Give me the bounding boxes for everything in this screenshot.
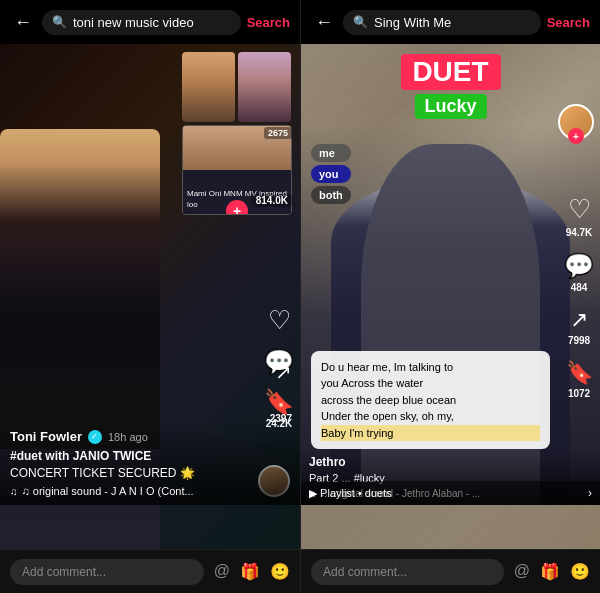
- lyric-line-5-highlighted: Baby I'm trying: [321, 425, 540, 442]
- right-video-area: DUET Lucky me you both + ♡ 94.7K 💬 484 ↗: [301, 44, 600, 549]
- lyric-line-4: Under the open sky, oh my,: [321, 408, 540, 425]
- emoji-icon[interactable]: 🙂: [270, 562, 290, 581]
- verified-icon: ✓: [88, 430, 102, 444]
- left-search-query: toni new music video: [73, 15, 231, 30]
- username-row: Toni Fowler ✓ 18h ago: [10, 429, 290, 444]
- mode-you-pill[interactable]: you: [311, 165, 351, 183]
- share-button[interactable]: ↗: [275, 360, 292, 384]
- right-like-count: 94.7K: [566, 227, 593, 238]
- lyric-line-3: across the deep blue ocean: [321, 392, 540, 409]
- right-heart-icon[interactable]: ♡: [568, 194, 591, 225]
- right-bookmark-icon[interactable]: 🔖: [566, 360, 593, 386]
- left-video-area: Mami Oni MNM MV inspired loo + 2675 814.…: [0, 44, 300, 549]
- right-emoji-icon[interactable]: 🙂: [570, 562, 590, 581]
- lucky-label: Lucky: [414, 94, 486, 119]
- playlist-label: ▶ Playlist • duets: [309, 487, 392, 500]
- left-search-bar: ← 🔍 toni new music video Search: [0, 0, 300, 44]
- right-at-icon[interactable]: @: [514, 562, 530, 581]
- right-comment-bar: Add comment... @ 🎁 🙂: [301, 549, 600, 593]
- left-comment-bar: Add comment... @ 🎁 🙂: [0, 549, 300, 593]
- pip-count: 2675: [264, 127, 292, 139]
- right-panel: ← 🔍 Sing With Me Search DUET Lucky me yo…: [300, 0, 600, 593]
- left-bottom-overlay: Toni Fowler ✓ 18h ago #duet with JANIO T…: [0, 421, 300, 505]
- right-comment-button[interactable]: 💬 484: [564, 252, 594, 293]
- search-icon: 🔍: [52, 15, 67, 29]
- right-gift-icon[interactable]: 🎁: [540, 562, 560, 581]
- right-search-bar: ← 🔍 Sing With Me Search: [301, 0, 600, 44]
- right-comment-input[interactable]: Add comment...: [311, 559, 504, 585]
- at-icon[interactable]: @: [214, 562, 230, 581]
- stat-814k: 814.0K: [252, 194, 292, 207]
- right-share-count: 7998: [568, 335, 590, 346]
- sound-label: ♫ original sound - J A N I O (Cont...: [22, 485, 194, 497]
- duet-label: DUET: [400, 54, 500, 90]
- caption-line2: CONCERT TICKET SECURED 🌟: [10, 466, 195, 480]
- mode-both-pill[interactable]: both: [311, 186, 351, 204]
- right-search-query: Sing With Me: [374, 15, 531, 30]
- right-search-button[interactable]: Search: [547, 15, 590, 30]
- left-comment-input[interactable]: Add comment...: [10, 559, 204, 585]
- playlist-bar[interactable]: ▶ Playlist • duets ›: [301, 481, 600, 505]
- right-search-icon: 🔍: [353, 15, 368, 29]
- lyric-line-2: you Across the water: [321, 375, 540, 392]
- sound-row: ♫ ♫ original sound - J A N I O (Cont...: [10, 485, 290, 497]
- pip-top-row: [182, 52, 292, 122]
- mode-pills: me you both: [311, 144, 351, 204]
- lyric-line-1: Do u hear me, Im talking to: [321, 359, 540, 376]
- right-username: Jethro: [309, 455, 592, 469]
- left-comment-icons: @ 🎁 🙂: [214, 562, 290, 581]
- pip-container: Mami Oni MNM MV inspired loo + 2675: [182, 52, 292, 215]
- duet-overlay: DUET Lucky: [400, 54, 500, 119]
- pip-plus-button[interactable]: +: [226, 200, 248, 215]
- right-search-input-container[interactable]: 🔍 Sing With Me: [343, 10, 541, 35]
- mode-me-pill[interactable]: me: [311, 144, 351, 162]
- right-avatar-plus[interactable]: +: [568, 128, 584, 144]
- time-ago: 18h ago: [108, 431, 148, 443]
- right-back-button[interactable]: ←: [311, 8, 337, 37]
- right-share-button[interactable]: ↗ 7998: [568, 307, 590, 346]
- music-note-icon: ♫: [10, 486, 18, 497]
- right-share-icon[interactable]: ↗: [570, 307, 588, 333]
- pip-thumbnail-2: [238, 52, 291, 122]
- right-bookmark-count: 1072: [568, 388, 590, 399]
- left-panel: ← 🔍 toni new music video Search: [0, 0, 300, 593]
- username: Toni Fowler: [10, 429, 82, 444]
- lyrics-box: Do u hear me, Im talking to you Across t…: [311, 351, 550, 450]
- bookmark-icon[interactable]: 🔖: [264, 388, 294, 416]
- caption: #duet with JANIO TWICE CONCERT TICKET SE…: [10, 448, 290, 482]
- right-avatar: +: [558, 104, 594, 140]
- left-search-button[interactable]: Search: [247, 15, 290, 30]
- like-button[interactable]: ♡: [268, 305, 291, 336]
- caption-line1: #duet with JANIO TWICE: [10, 449, 151, 463]
- left-back-button[interactable]: ←: [10, 8, 36, 37]
- gift-icon[interactable]: 🎁: [240, 562, 260, 581]
- right-action-icons: ♡ 94.7K 💬 484 ↗ 7998 🔖 1072: [564, 194, 594, 399]
- right-comment-icons: @ 🎁 🙂: [514, 562, 590, 581]
- right-like-button[interactable]: ♡ 94.7K: [566, 194, 593, 238]
- right-comment-icon[interactable]: 💬: [564, 252, 594, 280]
- right-comment-count: 484: [571, 282, 588, 293]
- left-video-hair: [0, 249, 160, 449]
- pip-thumbnail-1: [182, 52, 235, 122]
- playlist-chevron-icon: ›: [588, 486, 592, 500]
- right-bookmark-button[interactable]: 🔖 1072: [566, 360, 593, 399]
- left-search-input-container[interactable]: 🔍 toni new music video: [42, 10, 241, 35]
- heart-icon[interactable]: ♡: [268, 305, 291, 336]
